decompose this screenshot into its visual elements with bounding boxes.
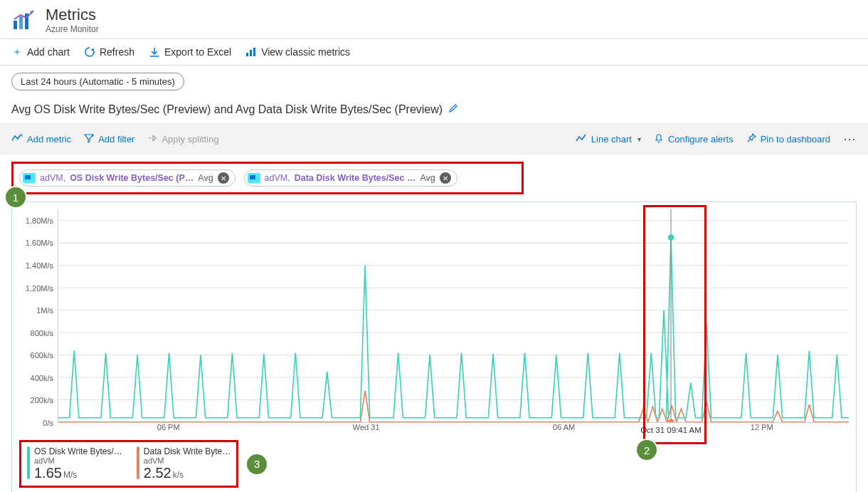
chip-resource: adVM, — [265, 173, 290, 183]
filter-icon: + — [84, 133, 94, 145]
add-chart-button[interactable]: ＋ Add chart — [11, 46, 70, 58]
x-axis: 06 PMWed 3106 AM12 PM — [58, 423, 849, 434]
readout-value: 1.65 — [34, 465, 62, 481]
chart-plot[interactable]: Oct 31 09:41 AM — [58, 209, 849, 423]
apply-splitting-button: Apply splitting — [147, 133, 218, 145]
bell-icon — [654, 133, 664, 145]
readouts-highlight: OS Disk Write Bytes/… adVM 1.65M/s Data … — [19, 440, 238, 488]
vm-icon — [23, 173, 36, 183]
y-tick-label: 400k/s — [31, 374, 53, 382]
y-tick-label: 0/s — [43, 419, 53, 427]
add-metric-label: Add metric — [27, 134, 71, 145]
svg-rect-0 — [14, 21, 17, 29]
svg-point-22 — [668, 419, 674, 422]
x-tick-label: 12 PM — [751, 423, 773, 431]
time-range-text: Last 24 hours (Automatic - 5 minutes) — [21, 76, 175, 87]
x-tick-label: 06 PM — [157, 423, 180, 431]
svg-rect-6 — [250, 50, 252, 56]
time-range-pill[interactable]: Last 24 hours (Automatic - 5 minutes) — [11, 73, 184, 90]
y-tick-label: 1.60M/s — [26, 239, 53, 247]
chip-resource: adVM, — [40, 173, 65, 183]
svg-text:+: + — [20, 133, 23, 139]
metric-chip[interactable]: adVM, Data Disk Write Bytes/Sec … Avg ✕ — [244, 169, 457, 187]
metric-chip[interactable]: adVM, OS Disk Write Bytes/Sec (P… Avg ✕ — [19, 169, 235, 187]
chart-title: Avg OS Disk Write Bytes/Sec (Preview) an… — [11, 103, 443, 116]
readout-resource: adVM — [144, 456, 231, 465]
more-options-button[interactable]: ⋯ — [843, 131, 857, 147]
refresh-label: Refresh — [100, 46, 134, 58]
svg-marker-4 — [91, 48, 94, 51]
add-filter-button[interactable]: + Add filter — [84, 133, 134, 145]
legend-readout: Data Disk Write Byte… adVM 2.52k/s — [137, 446, 231, 481]
download-icon — [149, 46, 160, 58]
split-icon — [147, 133, 157, 145]
pin-label: Pin to dashboard — [761, 134, 830, 145]
chip-metric: Data Disk Write Bytes/Sec … — [295, 173, 416, 183]
y-tick-label: 800k/s — [31, 329, 53, 337]
page-header: Metrics Azure Monitor — [0, 0, 868, 39]
page-title: Metrics — [46, 6, 99, 24]
readout-unit: M/s — [63, 470, 77, 480]
y-tick-label: 600k/s — [31, 351, 53, 360]
line-chart-icon — [576, 133, 587, 145]
export-label: Export to Excel — [164, 46, 231, 58]
y-tick-label: 1.40M/s — [26, 261, 53, 270]
y-tick-label: 1M/s — [36, 306, 53, 315]
apply-split-label: Apply splitting — [162, 134, 218, 145]
add-filter-label: Add filter — [98, 134, 134, 145]
annotation-badge-1: 1 — [6, 187, 26, 207]
page-subtitle: Azure Monitor — [46, 24, 99, 34]
readout-unit: k/s — [173, 470, 184, 480]
chip-aggregation: Avg — [420, 173, 435, 183]
metric-chips-row: adVM, OS Disk Write Bytes/Sec (P… Avg ✕ … — [0, 155, 868, 201]
top-toolbar: ＋ Add chart Refresh Export to Excel View… — [0, 39, 868, 66]
remove-chip-icon[interactable]: ✕ — [218, 172, 229, 184]
add-metric-icon: + — [11, 133, 23, 145]
vm-icon — [248, 173, 260, 183]
chip-aggregation: Avg — [198, 173, 213, 183]
legend-readout: OS Disk Write Bytes/… adVM 1.65M/s — [27, 446, 122, 481]
svg-rect-5 — [246, 53, 248, 56]
readout-value: 2.52 — [144, 465, 171, 481]
readout-resource: adVM — [34, 456, 122, 465]
edit-title-icon[interactable] — [448, 103, 458, 116]
chevron-down-icon: ▾ — [637, 135, 641, 143]
readout-metric: OS Disk Write Bytes/… — [34, 446, 122, 456]
legend-color-swatch — [27, 446, 30, 479]
chart-type-dropdown[interactable]: Line chart ▾ — [576, 133, 641, 145]
svg-rect-1 — [19, 16, 23, 29]
legend-color-swatch — [137, 446, 139, 479]
chart-toolbar: + Add metric + Add filter Apply splittin… — [0, 123, 868, 155]
x-tick-label: Wed 31 — [353, 423, 380, 431]
classic-label: View classic metrics — [261, 46, 350, 58]
svg-point-21 — [668, 234, 674, 240]
x-tick-label: 06 AM — [553, 423, 575, 431]
annotation-badge-3: 3 — [247, 454, 267, 474]
pin-dashboard-button[interactable]: Pin to dashboard — [746, 133, 830, 145]
alerts-label: Configure alerts — [668, 134, 734, 145]
y-tick-label: 200k/s — [31, 396, 53, 404]
export-button[interactable]: Export to Excel — [149, 46, 231, 58]
y-tick-label: 1.80M/s — [26, 216, 53, 225]
metrics-icon — [11, 7, 37, 33]
chart-type-label: Line chart — [591, 134, 632, 145]
readout-metric: Data Disk Write Byte… — [144, 446, 231, 456]
remove-chip-icon[interactable]: ✕ — [440, 172, 451, 184]
chip-metric: OS Disk Write Bytes/Sec (P… — [70, 173, 194, 183]
bar-chart-icon — [245, 46, 257, 58]
add-chart-label: Add chart — [27, 46, 70, 58]
refresh-icon — [84, 46, 95, 58]
y-tick-label: 1.20M/s — [26, 284, 53, 293]
chart-panel: 0/s200k/s400k/s600k/s800k/s1M/s1.20M/s1.… — [11, 201, 857, 492]
metric-chips-highlight: adVM, OS Disk Write Bytes/Sec (P… Avg ✕ … — [11, 162, 524, 194]
svg-text:+: + — [91, 133, 94, 139]
pin-icon — [746, 133, 756, 145]
y-axis: 0/s200k/s400k/s600k/s800k/s1M/s1.20M/s1.… — [19, 209, 58, 423]
classic-metrics-button[interactable]: View classic metrics — [245, 46, 350, 58]
add-metric-button[interactable]: + Add metric — [11, 133, 71, 145]
plus-icon: ＋ — [11, 46, 23, 58]
configure-alerts-button[interactable]: Configure alerts — [654, 133, 734, 145]
svg-rect-7 — [253, 48, 255, 56]
refresh-button[interactable]: Refresh — [84, 46, 134, 58]
